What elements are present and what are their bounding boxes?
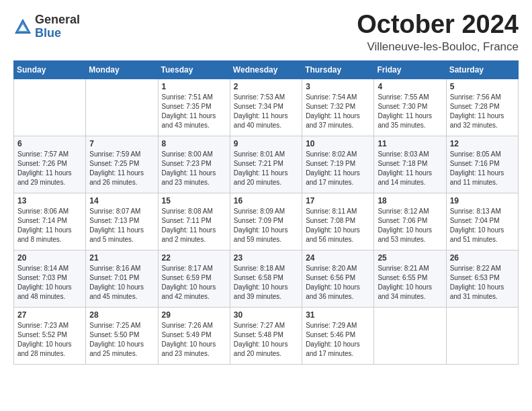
day-info: Sunrise: 8:22 AM Sunset: 6:53 PM Dayligh… <box>450 264 515 302</box>
week-row-5: 27Sunrise: 7:23 AM Sunset: 5:52 PM Dayli… <box>14 307 519 364</box>
location-title: Villeneuve-les-Bouloc, France <box>357 40 519 54</box>
calendar-cell: 31Sunrise: 7:29 AM Sunset: 5:46 PM Dayli… <box>302 307 374 364</box>
calendar-cell: 2Sunrise: 7:53 AM Sunset: 7:34 PM Daylig… <box>230 79 302 136</box>
day-info: Sunrise: 7:57 AM Sunset: 7:26 PM Dayligh… <box>17 150 82 187</box>
weekday-header-friday: Friday <box>374 60 446 79</box>
calendar-cell <box>446 307 518 364</box>
calendar-cell: 24Sunrise: 8:20 AM Sunset: 6:56 PM Dayli… <box>302 250 374 307</box>
calendar-cell: 16Sunrise: 8:09 AM Sunset: 7:09 PM Dayli… <box>230 193 302 250</box>
calendar-cell: 11Sunrise: 8:03 AM Sunset: 7:18 PM Dayli… <box>374 136 446 193</box>
logo: General Blue <box>13 13 80 40</box>
day-number: 16 <box>234 196 298 205</box>
day-info: Sunrise: 8:17 AM Sunset: 6:59 PM Dayligh… <box>162 264 226 302</box>
day-number: 23 <box>234 253 298 263</box>
day-info: Sunrise: 8:06 AM Sunset: 7:14 PM Dayligh… <box>17 207 82 244</box>
day-number: 7 <box>89 139 154 148</box>
calendar-cell: 12Sunrise: 8:05 AM Sunset: 7:16 PM Dayli… <box>446 136 518 193</box>
day-number: 8 <box>162 139 226 148</box>
day-number: 18 <box>378 196 442 205</box>
calendar-cell: 9Sunrise: 8:01 AM Sunset: 7:21 PM Daylig… <box>230 136 302 193</box>
day-info: Sunrise: 8:16 AM Sunset: 7:01 PM Dayligh… <box>89 264 154 302</box>
calendar-cell: 14Sunrise: 8:07 AM Sunset: 7:13 PM Dayli… <box>86 193 158 250</box>
calendar-cell <box>14 79 86 136</box>
day-number: 3 <box>306 82 370 91</box>
day-number: 14 <box>89 196 154 205</box>
logo-text: General Blue <box>35 13 80 40</box>
day-info: Sunrise: 8:01 AM Sunset: 7:21 PM Dayligh… <box>234 150 298 187</box>
day-number: 25 <box>378 253 442 263</box>
weekday-header-row: SundayMondayTuesdayWednesdayThursdayFrid… <box>14 60 519 79</box>
calendar-cell: 27Sunrise: 7:23 AM Sunset: 5:52 PM Dayli… <box>14 307 86 364</box>
calendar-cell: 18Sunrise: 8:12 AM Sunset: 7:06 PM Dayli… <box>374 193 446 250</box>
calendar-cell: 26Sunrise: 8:22 AM Sunset: 6:53 PM Dayli… <box>446 250 518 307</box>
calendar-cell: 8Sunrise: 8:00 AM Sunset: 7:23 PM Daylig… <box>158 136 230 193</box>
day-number: 22 <box>162 253 226 263</box>
weekday-header-wednesday: Wednesday <box>230 60 302 79</box>
day-number: 1 <box>162 82 226 91</box>
day-info: Sunrise: 8:08 AM Sunset: 7:11 PM Dayligh… <box>162 207 226 244</box>
logo-general-text: General <box>35 13 80 27</box>
day-info: Sunrise: 8:09 AM Sunset: 7:09 PM Dayligh… <box>234 207 298 244</box>
calendar-cell: 4Sunrise: 7:55 AM Sunset: 7:30 PM Daylig… <box>374 79 446 136</box>
day-info: Sunrise: 8:21 AM Sunset: 6:55 PM Dayligh… <box>378 264 442 302</box>
calendar-cell: 15Sunrise: 8:08 AM Sunset: 7:11 PM Dayli… <box>158 193 230 250</box>
day-number: 17 <box>306 196 370 205</box>
day-info: Sunrise: 8:11 AM Sunset: 7:08 PM Dayligh… <box>306 207 370 244</box>
calendar-cell: 21Sunrise: 8:16 AM Sunset: 7:01 PM Dayli… <box>86 250 158 307</box>
day-number: 15 <box>162 196 226 205</box>
calendar-cell: 25Sunrise: 8:21 AM Sunset: 6:55 PM Dayli… <box>374 250 446 307</box>
day-info: Sunrise: 7:54 AM Sunset: 7:32 PM Dayligh… <box>306 93 370 130</box>
calendar-cell: 23Sunrise: 8:18 AM Sunset: 6:58 PM Dayli… <box>230 250 302 307</box>
day-info: Sunrise: 7:27 AM Sunset: 5:48 PM Dayligh… <box>234 321 298 359</box>
day-info: Sunrise: 7:59 AM Sunset: 7:25 PM Dayligh… <box>89 150 154 187</box>
calendar-cell: 7Sunrise: 7:59 AM Sunset: 7:25 PM Daylig… <box>86 136 158 193</box>
weekday-header-monday: Monday <box>86 60 158 79</box>
calendar-cell: 22Sunrise: 8:17 AM Sunset: 6:59 PM Dayli… <box>158 250 230 307</box>
week-row-4: 20Sunrise: 8:14 AM Sunset: 7:03 PM Dayli… <box>14 250 519 307</box>
day-number: 29 <box>162 310 226 320</box>
day-number: 21 <box>89 253 154 263</box>
day-number: 2 <box>234 82 298 91</box>
day-info: Sunrise: 8:13 AM Sunset: 7:04 PM Dayligh… <box>450 207 515 244</box>
day-info: Sunrise: 7:55 AM Sunset: 7:30 PM Dayligh… <box>378 93 442 130</box>
day-info: Sunrise: 8:03 AM Sunset: 7:18 PM Dayligh… <box>378 150 442 187</box>
calendar-cell <box>86 79 158 136</box>
calendar-cell: 10Sunrise: 8:02 AM Sunset: 7:19 PM Dayli… <box>302 136 374 193</box>
day-number: 5 <box>450 82 515 91</box>
day-number: 13 <box>17 196 82 205</box>
calendar-cell: 13Sunrise: 8:06 AM Sunset: 7:14 PM Dayli… <box>14 193 86 250</box>
week-row-3: 13Sunrise: 8:06 AM Sunset: 7:14 PM Dayli… <box>14 193 519 250</box>
day-number: 27 <box>17 310 82 320</box>
day-number: 28 <box>89 310 154 320</box>
calendar-cell <box>374 307 446 364</box>
calendar-cell: 20Sunrise: 8:14 AM Sunset: 7:03 PM Dayli… <box>14 250 86 307</box>
month-title: October 2024 <box>357 11 519 39</box>
day-info: Sunrise: 8:07 AM Sunset: 7:13 PM Dayligh… <box>89 207 154 244</box>
calendar-cell: 29Sunrise: 7:26 AM Sunset: 5:49 PM Dayli… <box>158 307 230 364</box>
day-number: 6 <box>17 139 82 148</box>
week-row-2: 6Sunrise: 7:57 AM Sunset: 7:26 PM Daylig… <box>14 136 519 193</box>
title-area: October 2024 Villeneuve-les-Bouloc, Fran… <box>357 11 519 54</box>
calendar-cell: 1Sunrise: 7:51 AM Sunset: 7:35 PM Daylig… <box>158 79 230 136</box>
calendar-cell: 5Sunrise: 7:56 AM Sunset: 7:28 PM Daylig… <box>446 79 518 136</box>
calendar-cell: 3Sunrise: 7:54 AM Sunset: 7:32 PM Daylig… <box>302 79 374 136</box>
day-number: 19 <box>450 196 515 205</box>
day-number: 31 <box>306 310 370 320</box>
day-info: Sunrise: 8:18 AM Sunset: 6:58 PM Dayligh… <box>234 264 298 302</box>
day-number: 12 <box>450 139 515 148</box>
calendar-cell: 28Sunrise: 7:25 AM Sunset: 5:50 PM Dayli… <box>86 307 158 364</box>
day-info: Sunrise: 7:53 AM Sunset: 7:34 PM Dayligh… <box>234 93 298 130</box>
week-row-1: 1Sunrise: 7:51 AM Sunset: 7:35 PM Daylig… <box>14 79 519 136</box>
logo-blue-text: Blue <box>35 27 80 40</box>
calendar-cell: 17Sunrise: 8:11 AM Sunset: 7:08 PM Dayli… <box>302 193 374 250</box>
day-info: Sunrise: 7:29 AM Sunset: 5:46 PM Dayligh… <box>306 321 370 359</box>
day-number: 11 <box>378 139 442 148</box>
day-info: Sunrise: 7:23 AM Sunset: 5:52 PM Dayligh… <box>17 321 82 359</box>
day-number: 20 <box>17 253 82 263</box>
day-info: Sunrise: 8:12 AM Sunset: 7:06 PM Dayligh… <box>378 207 442 244</box>
day-info: Sunrise: 8:05 AM Sunset: 7:16 PM Dayligh… <box>450 150 515 187</box>
day-info: Sunrise: 7:51 AM Sunset: 7:35 PM Dayligh… <box>162 93 226 130</box>
calendar-cell: 19Sunrise: 8:13 AM Sunset: 7:04 PM Dayli… <box>446 193 518 250</box>
logo-icon <box>13 17 32 36</box>
weekday-header-thursday: Thursday <box>302 60 374 79</box>
